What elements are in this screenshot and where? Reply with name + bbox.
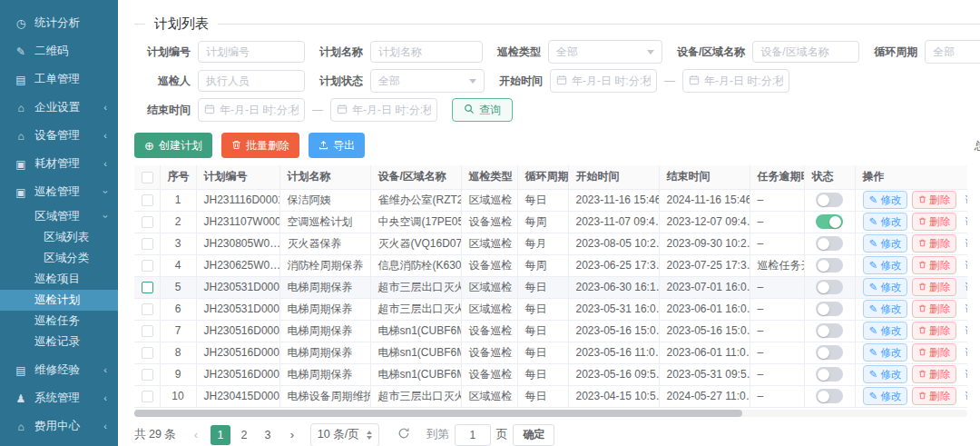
next-page-button[interactable]: › bbox=[283, 428, 301, 441]
delete-button[interactable]: 删除 bbox=[912, 213, 956, 231]
detail-link[interactable]: 详情 bbox=[965, 324, 967, 338]
detail-link[interactable]: 详情 bbox=[965, 346, 967, 360]
edit-button[interactable]: ✎修改 bbox=[863, 322, 908, 340]
export-button[interactable]: 导出 bbox=[309, 133, 365, 158]
edit-button[interactable]: ✎修改 bbox=[863, 213, 908, 231]
end-time-to-field[interactable] bbox=[352, 104, 431, 116]
sidebar-item-qrcode[interactable]: ✎二维码 bbox=[0, 37, 118, 65]
detail-link[interactable]: 详情 bbox=[965, 368, 967, 382]
delete-button[interactable]: 删除 bbox=[912, 300, 956, 318]
cycle-period-select[interactable]: 全部 bbox=[925, 40, 980, 64]
edit-button[interactable]: ✎修改 bbox=[863, 365, 908, 383]
delete-button[interactable]: 删除 bbox=[912, 191, 956, 209]
scrollbar-thumb[interactable] bbox=[134, 410, 742, 417]
sidebar-item-inspection-records[interactable]: 巡检记录 bbox=[0, 332, 118, 352]
delete-button[interactable]: 删除 bbox=[912, 322, 956, 340]
search-button[interactable]: 查询 bbox=[452, 98, 513, 122]
page-number-3[interactable]: 3 bbox=[258, 425, 278, 445]
start-time-to-date-input[interactable] bbox=[682, 69, 789, 93]
delete-button[interactable]: 删除 bbox=[912, 278, 956, 296]
status-toggle[interactable] bbox=[816, 214, 843, 229]
edit-button[interactable]: ✎修改 bbox=[863, 300, 908, 318]
sidebar-item-enterprise-settings[interactable]: ⌂企业设置‹ bbox=[0, 94, 118, 122]
status-toggle[interactable] bbox=[816, 367, 843, 382]
sidebar-item-inspection-plan[interactable]: 巡检计划 bbox=[0, 290, 118, 311]
row-checkbox[interactable] bbox=[142, 194, 153, 206]
refresh-button[interactable] bbox=[397, 427, 410, 442]
sidebar-item-inspection-items[interactable]: 巡检项目 bbox=[0, 269, 118, 290]
status-toggle[interactable] bbox=[816, 302, 843, 316]
detail-link[interactable]: 详情 bbox=[965, 281, 967, 294]
prev-page-button[interactable]: ‹ bbox=[187, 428, 205, 441]
detail-link[interactable]: 详情 bbox=[965, 259, 967, 273]
create-plan-button[interactable]: ⊕ 创建计划 bbox=[134, 133, 212, 158]
detail-link[interactable]: 详情 bbox=[965, 302, 967, 316]
detail-link[interactable]: 详情 bbox=[965, 193, 967, 207]
sidebar-item-inspection-mgmt[interactable]: ▣巡检管理‹ bbox=[0, 178, 118, 206]
sidebar-item-consumables-mgmt[interactable]: ▣耗材管理‹ bbox=[0, 150, 118, 178]
status-toggle[interactable] bbox=[816, 258, 843, 273]
page-size-select[interactable]: 10 条/页 bbox=[310, 423, 379, 446]
sidebar-item-repair-experience[interactable]: ▤维修经验‹ bbox=[0, 356, 118, 384]
plan-name-input[interactable] bbox=[370, 41, 483, 63]
delete-button[interactable]: 删除 bbox=[912, 256, 956, 274]
row-checkbox[interactable] bbox=[142, 282, 153, 293]
sidebar-item-area-mgmt[interactable]: 区域管理‹ bbox=[0, 206, 118, 227]
status-toggle[interactable] bbox=[816, 345, 843, 360]
row-checkbox[interactable] bbox=[142, 260, 153, 272]
status-toggle[interactable] bbox=[816, 236, 843, 251]
plan-code-input[interactable] bbox=[198, 41, 305, 63]
edit-button[interactable]: ✎修改 bbox=[863, 343, 908, 362]
sidebar-item-device-mgmt[interactable]: ⌂设备管理‹ bbox=[0, 122, 118, 150]
sidebar-item-area-list[interactable]: 区域列表 bbox=[0, 227, 118, 248]
row-checkbox[interactable] bbox=[142, 238, 153, 250]
row-checkbox[interactable] bbox=[142, 347, 153, 359]
status-toggle[interactable] bbox=[816, 389, 843, 403]
horizontal-scrollbar[interactable] bbox=[134, 410, 967, 417]
sidebar-item-area-category[interactable]: 区域分类 bbox=[0, 248, 118, 269]
row-checkbox[interactable] bbox=[142, 216, 153, 228]
start-time-from-field[interactable] bbox=[572, 74, 651, 87]
edit-button[interactable]: ✎修改 bbox=[863, 278, 908, 296]
select-all-checkbox[interactable] bbox=[142, 172, 153, 183]
start-time-from-date-input[interactable] bbox=[550, 69, 657, 93]
sidebar-item-system-mgmt[interactable]: ♟系统管理‹ bbox=[0, 384, 118, 412]
detail-link[interactable]: 详情 bbox=[965, 390, 967, 403]
row-checkbox[interactable] bbox=[142, 325, 153, 337]
end-time-from-date-input[interactable] bbox=[198, 98, 305, 122]
inspector-input[interactable] bbox=[198, 70, 305, 92]
status-toggle[interactable] bbox=[816, 323, 843, 338]
goto-confirm-button[interactable]: 确定 bbox=[513, 424, 554, 446]
delete-button[interactable]: 删除 bbox=[912, 343, 956, 362]
detail-link[interactable]: 详情 bbox=[965, 215, 967, 229]
row-checkbox[interactable] bbox=[142, 391, 153, 402]
end-time-from-field[interactable] bbox=[220, 104, 299, 116]
status-toggle[interactable] bbox=[816, 280, 843, 294]
goto-page-input[interactable] bbox=[455, 424, 491, 446]
edit-button[interactable]: ✎修改 bbox=[863, 191, 908, 209]
edit-button[interactable]: ✎修改 bbox=[863, 387, 908, 405]
delete-button[interactable]: 删除 bbox=[912, 365, 956, 383]
row-checkbox[interactable] bbox=[142, 303, 153, 315]
column-header: 序号 bbox=[160, 165, 196, 189]
edit-button[interactable]: ✎修改 bbox=[863, 234, 908, 253]
edit-button[interactable]: ✎修改 bbox=[863, 256, 908, 274]
page-number-2[interactable]: 2 bbox=[234, 425, 254, 445]
plan-status-select[interactable]: 全部 bbox=[370, 69, 485, 93]
row-checkbox[interactable] bbox=[142, 369, 153, 381]
sidebar-item-inspection-tasks[interactable]: 巡检任务 bbox=[0, 311, 118, 332]
sidebar-item-stats[interactable]: ◷统计分析 bbox=[0, 9, 118, 37]
detail-link[interactable]: 详情 bbox=[965, 237, 967, 251]
page-number-1[interactable]: 1 bbox=[211, 425, 230, 445]
sidebar-item-work-order[interactable]: ▤工单管理 bbox=[0, 65, 118, 94]
status-toggle[interactable] bbox=[816, 193, 843, 207]
inspection-type-select[interactable]: 全部 bbox=[548, 40, 662, 64]
sidebar-item-cost-center[interactable]: ⌂费用中心‹ bbox=[0, 412, 118, 441]
delete-button[interactable]: 删除 bbox=[912, 387, 956, 405]
delete-button[interactable]: 删除 bbox=[912, 234, 956, 253]
end-time-to-date-input[interactable] bbox=[330, 98, 437, 122]
device-area-name-input[interactable] bbox=[752, 41, 859, 63]
batch-delete-button[interactable]: 批量删除 bbox=[221, 133, 299, 158]
start-time-to-field[interactable] bbox=[704, 74, 783, 87]
chevron-left-icon: ‹ bbox=[103, 421, 107, 431]
